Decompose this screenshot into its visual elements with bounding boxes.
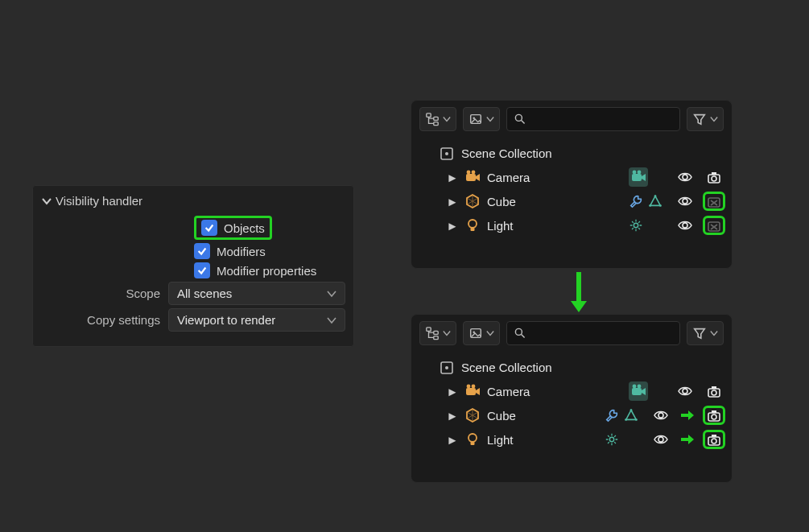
modifiers-label: Modifiers xyxy=(217,245,266,258)
filter-dropdown[interactable] xyxy=(687,321,724,345)
expand-icon[interactable]: ► xyxy=(447,409,458,423)
copy-settings-label: Copy settings xyxy=(41,313,168,327)
light-label: Light xyxy=(487,433,598,447)
light-row[interactable]: ► Light xyxy=(419,213,724,237)
modifier-properties-label: Modifier properties xyxy=(217,264,316,278)
transition-arrow-icon xyxy=(569,270,588,314)
camera-data-icon[interactable] xyxy=(629,167,648,187)
render-mode-dropdown[interactable] xyxy=(463,107,500,131)
render-mode-dropdown[interactable] xyxy=(463,321,500,345)
light-object-icon xyxy=(464,431,481,447)
search-icon xyxy=(514,113,526,126)
search-input[interactable] xyxy=(506,321,680,345)
expand-icon[interactable]: ► xyxy=(447,433,458,447)
change-arrow-icon xyxy=(680,410,695,421)
light-data-icon[interactable] xyxy=(605,432,619,447)
chevron-down-icon xyxy=(327,315,336,325)
camera-object-icon xyxy=(464,383,481,399)
modifier-wrench-icon[interactable] xyxy=(629,194,643,208)
render-visibility-toggle[interactable] xyxy=(704,383,724,399)
expand-icon[interactable]: ► xyxy=(447,385,458,398)
objects-highlight: Objects xyxy=(194,216,272,240)
visibility-handler-panel: Visibility handler Objects Modifiers xyxy=(32,185,354,347)
mesh-object-icon xyxy=(464,193,481,209)
render-visibility-toggle[interactable] xyxy=(704,169,724,185)
camera-row[interactable]: ► Camera xyxy=(419,379,724,403)
camera-data-icon[interactable] xyxy=(629,381,648,401)
objects-checkbox[interactable] xyxy=(201,220,217,236)
modifiers-checkbox[interactable] xyxy=(194,243,210,259)
search-input[interactable] xyxy=(506,107,680,131)
camera-object-icon xyxy=(464,169,481,185)
outliner-before: Scene Collection ► Camera ► Cube xyxy=(411,100,733,269)
display-mode-dropdown[interactable] xyxy=(419,107,456,131)
light-label: Light xyxy=(487,219,622,233)
scene-collection-row[interactable]: Scene Collection xyxy=(419,355,724,379)
mesh-object-icon xyxy=(464,407,481,423)
outliner-toolbar xyxy=(411,315,732,352)
viewport-visibility-toggle[interactable] xyxy=(675,193,695,209)
cube-row[interactable]: ► Cube xyxy=(419,189,724,213)
expand-icon[interactable]: ► xyxy=(447,219,458,233)
render-visibility-toggle[interactable] xyxy=(704,431,724,447)
expand-icon[interactable]: ► xyxy=(447,195,458,208)
copy-settings-dropdown[interactable]: Viewport to render xyxy=(168,308,345,332)
mesh-data-icon[interactable] xyxy=(624,408,638,423)
copy-settings-value: Viewport to render xyxy=(177,313,275,327)
chevron-down-icon xyxy=(41,196,52,207)
viewport-visibility-toggle[interactable] xyxy=(651,431,671,447)
viewport-visibility-toggle[interactable] xyxy=(675,217,695,233)
scope-dropdown[interactable]: All scenes xyxy=(168,282,345,305)
viewport-visibility-toggle[interactable] xyxy=(675,383,695,399)
render-visibility-toggle[interactable] xyxy=(704,193,724,209)
expand-icon[interactable]: ► xyxy=(447,171,458,184)
search-icon xyxy=(514,327,526,340)
modifier-wrench-icon[interactable] xyxy=(605,408,619,423)
cube-row[interactable]: ► Cube xyxy=(419,403,724,427)
scope-label: Scope xyxy=(41,287,168,300)
outliner-after: Scene Collection ► Camera ► Cube xyxy=(411,314,733,483)
light-row[interactable]: ► Light xyxy=(419,427,724,452)
panel-header[interactable]: Visibility handler xyxy=(41,194,345,208)
light-object-icon xyxy=(464,217,481,233)
outliner-toolbar xyxy=(411,101,732,138)
display-mode-dropdown[interactable] xyxy=(419,321,456,345)
mesh-data-icon[interactable] xyxy=(648,194,662,208)
viewport-visibility-toggle[interactable] xyxy=(675,169,695,185)
scene-collection-label: Scene Collection xyxy=(461,361,724,374)
collection-box-icon xyxy=(439,145,455,161)
scene-collection-row[interactable]: Scene Collection xyxy=(419,141,724,165)
render-visibility-toggle[interactable] xyxy=(704,217,724,233)
chevron-down-icon xyxy=(327,289,336,299)
panel-title: Visibility handler xyxy=(56,194,142,208)
objects-label: Objects xyxy=(224,221,265,235)
scope-value: All scenes xyxy=(177,287,232,300)
light-data-icon[interactable] xyxy=(629,218,643,233)
camera-label: Camera xyxy=(487,171,622,184)
cube-label: Cube xyxy=(487,195,622,208)
render-visibility-toggle[interactable] xyxy=(704,407,724,423)
filter-dropdown[interactable] xyxy=(687,107,724,131)
cube-label: Cube xyxy=(487,409,598,423)
camera-row[interactable]: ► Camera xyxy=(419,165,724,189)
viewport-visibility-toggle[interactable] xyxy=(651,407,671,423)
scene-collection-label: Scene Collection xyxy=(461,146,724,160)
camera-label: Camera xyxy=(487,385,622,398)
modifier-properties-checkbox[interactable] xyxy=(194,262,210,278)
collection-box-icon xyxy=(439,359,455,375)
change-arrow-icon xyxy=(680,434,695,445)
